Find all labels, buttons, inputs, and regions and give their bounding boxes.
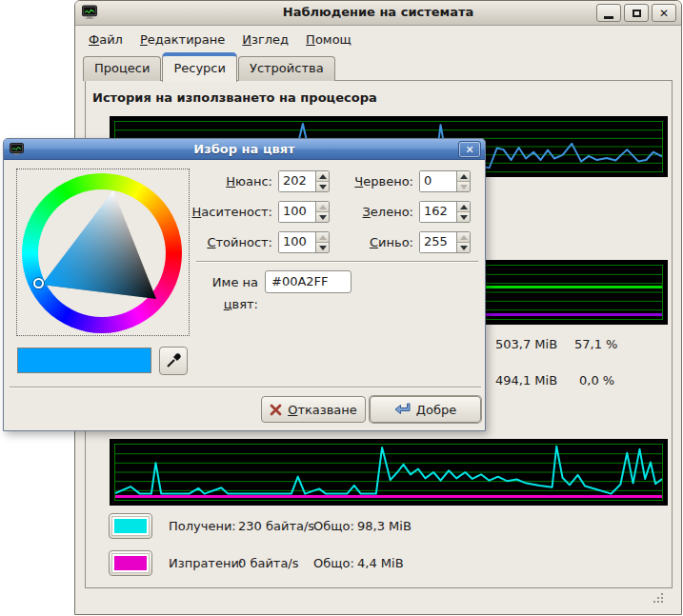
red-input[interactable]: 0 (420, 171, 456, 191)
tab-processes[interactable]: Процеси (83, 56, 161, 81)
color-preview (17, 348, 151, 373)
blue-spin-up-button[interactable] (457, 232, 470, 242)
color-picker-dialog: Избор на цвят ✕ Нюан (3, 138, 486, 431)
tab-strip: Процеси Ресурси Устройства (83, 50, 336, 81)
value-spin-down-button[interactable] (316, 242, 329, 252)
hue-selector-marker[interactable] (33, 278, 44, 288)
arrow-down-icon (460, 246, 468, 250)
received-color-swatch (114, 519, 147, 533)
received-total: 98,3 MiB (357, 519, 412, 533)
swap-used-percent: 0,0 % (579, 373, 614, 387)
memory-used-value: 503,7 MiB (495, 337, 557, 351)
ok-enter-arrow-icon (394, 403, 411, 416)
received-label: Получени: (169, 519, 236, 533)
dialog-close-button[interactable]: ✕ (458, 141, 481, 158)
blue-label: Синьо: (339, 231, 413, 253)
sent-color-button[interactable] (109, 550, 152, 576)
close-button[interactable]: ✕ (652, 4, 676, 22)
arrow-down-icon (460, 185, 468, 189)
sent-rate: 0 байта/s (238, 556, 299, 570)
menu-view[interactable]: Изглед (234, 29, 296, 50)
green-spinbox: 162 (419, 201, 471, 223)
eyedropper-icon (165, 352, 182, 369)
blue-spin-down-button[interactable] (457, 242, 470, 252)
menu-file[interactable]: Файл (81, 29, 131, 50)
fields-separator (196, 261, 478, 263)
tab-devices[interactable]: Устройства (238, 56, 335, 81)
menubar: Файл Редактиране Изглед Помощ (81, 27, 359, 51)
sent-total-label: Общо: (313, 556, 354, 570)
arrow-down-icon (460, 215, 468, 220)
close-icon: ✕ (659, 8, 669, 19)
saturation-input[interactable]: 100 (279, 202, 315, 222)
saturation-spin-down-button[interactable] (316, 211, 329, 222)
saturation-spinbox: 100 (278, 201, 330, 223)
cancel-button-label: Отказване (288, 403, 357, 417)
arrow-up-icon (460, 174, 468, 179)
color-name-input[interactable]: #00A2FF (265, 270, 352, 293)
blue-spinbox: 255 (419, 231, 471, 253)
value-spin-up-button[interactable] (316, 232, 329, 242)
saturation-value-triangle[interactable] (17, 169, 191, 337)
arrow-down-icon (319, 246, 327, 250)
tab-resources[interactable]: Ресурси (162, 52, 237, 82)
red-spin-up-button[interactable] (457, 171, 470, 181)
cpu-section-title: История на използването на процесора (92, 90, 377, 105)
memory-used-percent: 57,1 % (574, 337, 617, 351)
saturation-label: Наситеност: (190, 201, 272, 223)
arrow-down-icon (319, 185, 327, 189)
swap-used-value: 494,1 MiB (495, 373, 557, 387)
minimize-button[interactable] (596, 4, 621, 22)
sent-total: 4,4 MiB (357, 556, 404, 570)
dialog-title: Избор на цвят (4, 142, 485, 156)
received-color-button[interactable] (109, 513, 152, 539)
dialog-titlebar[interactable]: Избор на цвят ✕ (4, 139, 485, 160)
cancel-x-icon (270, 404, 282, 416)
close-icon: ✕ (465, 144, 473, 156)
green-label: Зелено: (339, 201, 413, 223)
hue-spin-down-button[interactable] (316, 181, 329, 191)
maximize-button[interactable] (624, 4, 649, 22)
menu-edit[interactable]: Редактиране (132, 29, 232, 50)
sent-label: Изпратени: (169, 556, 243, 570)
saturation-spin-up-button[interactable] (316, 202, 329, 211)
sent-color-swatch (114, 556, 147, 570)
window-title: Наблюдение на системата (75, 5, 681, 19)
arrow-up-icon (319, 235, 327, 240)
minimize-icon (604, 16, 613, 19)
main-window-titlebar[interactable]: Наблюдение на системата ✕ (75, 1, 681, 26)
color-wheel-widget[interactable] (16, 169, 190, 336)
green-spin-down-button[interactable] (457, 211, 470, 222)
arrow-up-icon (460, 205, 468, 209)
eyedropper-button[interactable] (159, 347, 188, 375)
green-spin-up-button[interactable] (457, 202, 470, 211)
ok-button[interactable]: Добре (370, 396, 481, 423)
red-spinbox: 0 (419, 170, 471, 192)
value-label: Стойност: (190, 231, 272, 253)
received-rate: 230 байта/s (238, 519, 314, 533)
menu-help[interactable]: Помощ (298, 29, 359, 50)
green-input[interactable]: 162 (420, 202, 456, 222)
hue-spinbox: 202 (278, 170, 330, 192)
red-spin-down-button[interactable] (457, 181, 470, 191)
blue-input[interactable]: 255 (420, 232, 456, 252)
arrow-up-icon (460, 235, 468, 240)
cancel-button[interactable]: Отказване (261, 396, 366, 423)
arrow-up-icon (319, 205, 327, 209)
value-input[interactable]: 100 (279, 232, 315, 252)
value-spinbox: 100 (278, 231, 330, 253)
maximize-icon (633, 10, 641, 17)
red-label: Червено: (339, 170, 413, 192)
received-total-label: Общо: (313, 519, 354, 533)
arrow-up-icon (319, 174, 327, 179)
resize-grip[interactable] (653, 589, 666, 605)
hue-label: Нюанс: (190, 170, 272, 192)
action-area-separator (10, 387, 481, 388)
network-history-chart (110, 439, 668, 506)
hue-input[interactable]: 202 (279, 171, 315, 191)
ok-button-label: Добре (416, 403, 456, 417)
color-name-label: Име на цвят: (175, 271, 258, 293)
hue-spin-up-button[interactable] (316, 171, 329, 181)
arrow-down-icon (319, 215, 327, 220)
